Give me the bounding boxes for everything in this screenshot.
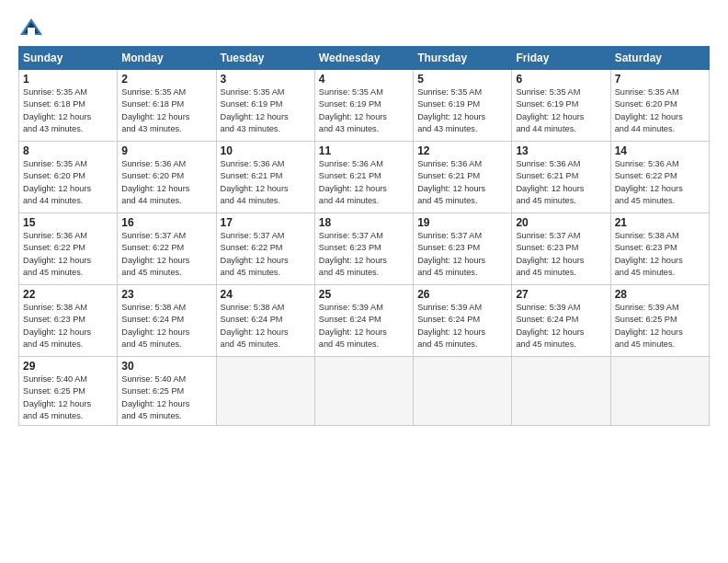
day-info: Sunrise: 5:36 AMSunset: 6:21 PMDaylight:… <box>417 158 507 207</box>
day-info: Sunrise: 5:36 AMSunset: 6:22 PMDaylight:… <box>23 230 113 279</box>
day-cell: 24Sunrise: 5:38 AMSunset: 6:24 PMDayligh… <box>216 285 314 357</box>
day-info: Sunrise: 5:38 AMSunset: 6:24 PMDaylight:… <box>221 302 311 350</box>
day-cell <box>414 357 512 426</box>
day-cell: 21Sunrise: 5:38 AMSunset: 6:23 PMDayligh… <box>610 213 709 285</box>
day-number: 22 <box>23 288 113 301</box>
day-number: 20 <box>516 216 606 229</box>
calendar-table: SundayMondayTuesdayWednesdayThursdayFrid… <box>18 46 710 426</box>
day-number: 1 <box>23 73 113 86</box>
day-info: Sunrise: 5:35 AMSunset: 6:19 PMDaylight:… <box>516 86 606 135</box>
day-number: 21 <box>615 216 705 229</box>
column-header-sunday: Sunday <box>19 47 118 70</box>
day-cell: 3Sunrise: 5:35 AMSunset: 6:19 PMDaylight… <box>216 70 314 142</box>
week-row-1: 1Sunrise: 5:35 AMSunset: 6:18 PMDaylight… <box>19 70 710 142</box>
day-number: 13 <box>516 144 606 157</box>
day-info: Sunrise: 5:35 AMSunset: 6:20 PMDaylight:… <box>23 158 113 207</box>
day-info: Sunrise: 5:35 AMSunset: 6:19 PMDaylight:… <box>221 86 311 135</box>
day-cell: 1Sunrise: 5:35 AMSunset: 6:18 PMDaylight… <box>19 70 118 142</box>
day-number: 23 <box>121 288 211 301</box>
day-number: 3 <box>221 73 311 86</box>
day-cell: 13Sunrise: 5:36 AMSunset: 6:21 PMDayligh… <box>512 142 610 213</box>
week-row-4: 22Sunrise: 5:38 AMSunset: 6:23 PMDayligh… <box>19 285 710 357</box>
week-row-5: 29Sunrise: 5:40 AMSunset: 6:25 PMDayligh… <box>19 357 710 426</box>
day-cell: 10Sunrise: 5:36 AMSunset: 6:21 PMDayligh… <box>216 142 314 213</box>
day-number: 25 <box>319 288 409 301</box>
week-row-3: 15Sunrise: 5:36 AMSunset: 6:22 PMDayligh… <box>19 213 710 285</box>
day-cell: 11Sunrise: 5:36 AMSunset: 6:21 PMDayligh… <box>314 142 413 213</box>
day-cell: 30Sunrise: 5:40 AMSunset: 6:25 PMDayligh… <box>118 357 216 426</box>
day-info: Sunrise: 5:38 AMSunset: 6:23 PMDaylight:… <box>615 230 705 279</box>
day-number: 7 <box>615 73 705 86</box>
day-info: Sunrise: 5:39 AMSunset: 6:24 PMDaylight:… <box>516 302 606 350</box>
day-info: Sunrise: 5:36 AMSunset: 6:21 PMDaylight:… <box>319 158 409 207</box>
day-info: Sunrise: 5:37 AMSunset: 6:23 PMDaylight:… <box>319 230 409 279</box>
day-info: Sunrise: 5:38 AMSunset: 6:23 PMDaylight:… <box>23 302 113 350</box>
day-info: Sunrise: 5:35 AMSunset: 6:19 PMDaylight:… <box>319 86 409 135</box>
day-info: Sunrise: 5:39 AMSunset: 6:24 PMDaylight:… <box>417 302 507 350</box>
column-header-thursday: Thursday <box>414 47 512 70</box>
day-number: 4 <box>319 73 409 86</box>
day-number: 26 <box>417 288 507 301</box>
day-cell: 28Sunrise: 5:39 AMSunset: 6:25 PMDayligh… <box>610 285 709 357</box>
day-info: Sunrise: 5:36 AMSunset: 6:21 PMDaylight:… <box>221 158 311 207</box>
day-cell: 16Sunrise: 5:37 AMSunset: 6:22 PMDayligh… <box>118 213 216 285</box>
day-cell <box>314 357 413 426</box>
day-cell: 7Sunrise: 5:35 AMSunset: 6:20 PMDaylight… <box>610 70 709 142</box>
calendar-header <box>18 17 710 37</box>
day-cell: 17Sunrise: 5:37 AMSunset: 6:22 PMDayligh… <box>216 213 314 285</box>
day-number: 5 <box>417 73 507 86</box>
day-number: 9 <box>121 144 211 157</box>
day-info: Sunrise: 5:37 AMSunset: 6:23 PMDaylight:… <box>516 230 606 279</box>
day-number: 16 <box>121 216 211 229</box>
day-info: Sunrise: 5:39 AMSunset: 6:25 PMDaylight:… <box>615 302 705 350</box>
day-cell: 6Sunrise: 5:35 AMSunset: 6:19 PMDaylight… <box>512 70 610 142</box>
day-info: Sunrise: 5:40 AMSunset: 6:25 PMDaylight:… <box>121 373 211 422</box>
day-cell: 23Sunrise: 5:38 AMSunset: 6:24 PMDayligh… <box>118 285 216 357</box>
week-row-2: 8Sunrise: 5:35 AMSunset: 6:20 PMDaylight… <box>19 142 710 213</box>
day-cell: 27Sunrise: 5:39 AMSunset: 6:24 PMDayligh… <box>512 285 610 357</box>
day-cell: 26Sunrise: 5:39 AMSunset: 6:24 PMDayligh… <box>414 285 512 357</box>
day-cell: 20Sunrise: 5:37 AMSunset: 6:23 PMDayligh… <box>512 213 610 285</box>
day-number: 6 <box>516 73 606 86</box>
column-header-saturday: Saturday <box>610 47 709 70</box>
day-info: Sunrise: 5:35 AMSunset: 6:19 PMDaylight:… <box>417 86 507 135</box>
column-header-monday: Monday <box>118 47 216 70</box>
column-header-tuesday: Tuesday <box>216 47 314 70</box>
day-cell <box>216 357 314 426</box>
day-cell: 25Sunrise: 5:39 AMSunset: 6:24 PMDayligh… <box>314 285 413 357</box>
day-number: 29 <box>23 360 113 373</box>
column-header-friday: Friday <box>512 47 610 70</box>
day-info: Sunrise: 5:36 AMSunset: 6:21 PMDaylight:… <box>516 158 606 207</box>
day-cell: 4Sunrise: 5:35 AMSunset: 6:19 PMDaylight… <box>314 70 413 142</box>
day-cell: 19Sunrise: 5:37 AMSunset: 6:23 PMDayligh… <box>414 213 512 285</box>
day-number: 2 <box>121 73 211 86</box>
day-number: 10 <box>221 144 311 157</box>
day-cell: 5Sunrise: 5:35 AMSunset: 6:19 PMDaylight… <box>414 70 512 142</box>
column-header-wednesday: Wednesday <box>314 47 413 70</box>
logo <box>18 17 48 37</box>
day-cell: 2Sunrise: 5:35 AMSunset: 6:18 PMDaylight… <box>118 70 216 142</box>
day-number: 8 <box>23 144 113 157</box>
day-cell: 15Sunrise: 5:36 AMSunset: 6:22 PMDayligh… <box>19 213 118 285</box>
day-number: 30 <box>121 360 211 373</box>
logo-icon <box>18 17 44 37</box>
day-cell: 9Sunrise: 5:36 AMSunset: 6:20 PMDaylight… <box>118 142 216 213</box>
day-info: Sunrise: 5:35 AMSunset: 6:18 PMDaylight:… <box>121 86 211 135</box>
day-number: 17 <box>221 216 311 229</box>
day-number: 18 <box>319 216 409 229</box>
day-number: 28 <box>615 288 705 301</box>
day-info: Sunrise: 5:37 AMSunset: 6:22 PMDaylight:… <box>121 230 211 279</box>
day-info: Sunrise: 5:38 AMSunset: 6:24 PMDaylight:… <box>121 302 211 350</box>
day-info: Sunrise: 5:39 AMSunset: 6:24 PMDaylight:… <box>319 302 409 350</box>
day-info: Sunrise: 5:35 AMSunset: 6:20 PMDaylight:… <box>615 86 705 135</box>
day-info: Sunrise: 5:36 AMSunset: 6:22 PMDaylight:… <box>615 158 705 207</box>
day-cell: 18Sunrise: 5:37 AMSunset: 6:23 PMDayligh… <box>314 213 413 285</box>
day-cell: 8Sunrise: 5:35 AMSunset: 6:20 PMDaylight… <box>19 142 118 213</box>
day-info: Sunrise: 5:36 AMSunset: 6:20 PMDaylight:… <box>121 158 211 207</box>
day-number: 12 <box>417 144 507 157</box>
header-row: SundayMondayTuesdayWednesdayThursdayFrid… <box>19 47 710 70</box>
day-cell <box>512 357 610 426</box>
day-cell: 22Sunrise: 5:38 AMSunset: 6:23 PMDayligh… <box>19 285 118 357</box>
day-info: Sunrise: 5:40 AMSunset: 6:25 PMDaylight:… <box>23 373 113 422</box>
day-info: Sunrise: 5:37 AMSunset: 6:23 PMDaylight:… <box>417 230 507 279</box>
